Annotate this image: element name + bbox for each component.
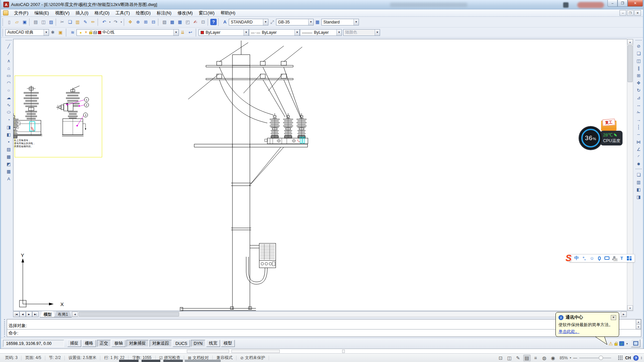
construction-line-icon[interactable]: ⁄ — [5, 50, 12, 57]
insert-block-icon[interactable]: ◨ — [5, 123, 12, 131]
toggle-lineweight[interactable]: 线宽 — [206, 340, 220, 347]
restore-button[interactable]: ❐ — [618, 0, 628, 7]
toolbar-grip[interactable] — [636, 40, 642, 41]
ellipse-arc-icon[interactable]: ◔ — [5, 116, 12, 123]
scroll-up-icon[interactable]: ▲ — [627, 39, 633, 45]
emoji-icon[interactable]: ☺ — [589, 256, 594, 261]
rectangle-icon[interactable]: ▭ — [5, 72, 12, 79]
open-icon[interactable]: ▱ — [13, 18, 21, 26]
lineweight-control-combo[interactable]: ——— ByLayer ▼ — [300, 29, 342, 36]
outline-view-icon[interactable]: ≡ — [532, 355, 539, 361]
copy-icon[interactable]: ❏ — [66, 18, 74, 26]
command-scrollbar[interactable]: ▲ ▼ — [636, 319, 641, 329]
toolbar-grip[interactable] — [218, 18, 219, 26]
chinese-mode-icon[interactable]: 中 — [574, 255, 579, 261]
language-bar-grid-icon[interactable] — [618, 356, 623, 360]
mirror-icon[interactable]: ◫ — [635, 57, 642, 64]
paste-icon[interactable]: ▥ — [74, 18, 82, 26]
sep[interactable] — [98, 18, 100, 26]
toggle-polar[interactable]: 极轴 — [112, 340, 125, 347]
copy-object-icon[interactable]: ❏ — [635, 50, 642, 57]
arc-icon[interactable]: ◠ — [5, 79, 12, 86]
help-icon[interactable]: ? — [210, 19, 217, 25]
menu-item[interactable]: 插入(I) — [72, 9, 91, 17]
ellipse-icon[interactable]: ⬭ — [5, 109, 12, 116]
extend-icon[interactable]: → — [635, 116, 642, 123]
chevron-down-icon[interactable]: ▼ — [354, 19, 359, 25]
layer-plot-icon[interactable] — [93, 32, 97, 34]
toggle-ducs[interactable]: DUCS — [173, 340, 190, 347]
explode-icon[interactable]: ✸ — [635, 160, 642, 168]
chevron-down-icon[interactable]: ▼ — [263, 19, 268, 25]
minimize-button[interactable]: – — [607, 0, 618, 7]
chevron-down-icon[interactable]: ▼ — [173, 29, 178, 36]
layer-properties-manager-icon[interactable]: ≋ — [69, 28, 76, 36]
chevron-down-icon[interactable]: ▼ — [44, 29, 49, 36]
write-mode-icon[interactable]: ✎ — [515, 355, 522, 361]
chevron-down-icon[interactable]: ▼ — [308, 19, 313, 25]
scroll-right-icon[interactable]: ▶ — [621, 312, 627, 317]
array-icon[interactable]: ⊞ — [635, 72, 642, 79]
language-bar-collapse-icon[interactable]: ▴▾ — [641, 356, 642, 360]
scroll-up-icon[interactable]: ▲ — [636, 319, 641, 324]
properties-icon[interactable]: ▧ — [161, 18, 168, 26]
skin-icon[interactable]: T — [619, 256, 624, 261]
zoom-dropdown-icon[interactable]: ▾ — [570, 356, 571, 359]
table-style-icon[interactable]: ▦ — [314, 18, 321, 26]
plot-icon[interactable]: ▤ — [32, 18, 40, 26]
toolbox-icon[interactable] — [627, 256, 632, 260]
chevron-down-icon[interactable]: ▼ — [244, 29, 249, 36]
chevron-down-icon[interactable]: ▼ — [294, 29, 300, 36]
sheetset-manager-icon[interactable]: ◰ — [184, 18, 192, 26]
menu-item[interactable]: 工具(T) — [112, 9, 133, 17]
sep[interactable] — [29, 18, 31, 26]
text-style-combo[interactable]: STANDARD ▼ — [229, 19, 268, 25]
gradient-icon[interactable]: ▩ — [5, 153, 12, 160]
close-button[interactable]: ✕ — [628, 0, 643, 7]
redo-dropdown[interactable]: ▾ — [119, 18, 123, 26]
hatch-icon[interactable]: ▨ — [5, 145, 12, 153]
balloon-close-button[interactable]: ✕ — [611, 315, 616, 320]
toggle-snap[interactable]: 捕捉 — [67, 340, 81, 347]
voice-input-icon[interactable] — [598, 256, 601, 260]
revcloud-icon[interactable]: ☁ — [5, 94, 12, 101]
ime-help-icon[interactable]: ? — [633, 355, 639, 361]
toggle-otrack[interactable]: 对象追踪 — [150, 340, 172, 347]
circle-icon[interactable]: ○ — [5, 86, 12, 94]
make-block-icon[interactable]: ◧ — [5, 131, 12, 138]
toggle-dyn[interactable]: DYN — [191, 340, 205, 347]
mtext-icon[interactable]: A — [5, 175, 12, 182]
designcenter-icon[interactable]: ▩ — [168, 18, 176, 26]
command-input[interactable]: 命令: — [7, 329, 641, 337]
cpu-monitor-widget[interactable]: 复工 28℃ CPU温度 36% — [580, 120, 623, 149]
break-at-point-icon[interactable]: ┆ — [635, 123, 642, 131]
balloon-link[interactable]: 单击此处。 — [558, 329, 580, 335]
tray-unlock-icon[interactable] — [614, 343, 618, 346]
menu-item[interactable]: 文件(F) — [11, 9, 32, 17]
zoom-window-icon[interactable]: ⊞ — [142, 18, 150, 26]
bring-above-icon[interactable]: ◧ — [635, 186, 642, 193]
redo-icon[interactable]: ↷ — [112, 18, 119, 26]
layer-combo[interactable]: ● ☀ 中心线 ▼ — [76, 29, 179, 36]
toolbar-grip[interactable] — [66, 29, 67, 36]
offset-icon[interactable]: ∥ — [635, 64, 642, 72]
menu-item[interactable]: 帮助(H) — [218, 9, 238, 17]
tab-first-button[interactable]: |◀ — [13, 311, 19, 317]
drawing-canvas[interactable]: 1 2 3 柱上采集信号， 信号采集以及供电， 内置在箱体内部。 — [13, 39, 627, 311]
break-icon[interactable]: ╌ — [635, 131, 642, 138]
color-control-combo[interactable]: ByLayer ▼ — [199, 29, 249, 36]
zoom-realtime-icon[interactable]: ⊕ — [134, 18, 142, 26]
chevron-down-icon[interactable]: ▼ — [336, 29, 341, 36]
toolbar-grip[interactable] — [6, 40, 12, 41]
line-icon[interactable]: ╱ — [5, 42, 12, 50]
zoom-out-button[interactable]: — — [573, 356, 577, 360]
menu-item[interactable]: 编辑(E) — [32, 9, 52, 17]
toolbar-grip[interactable] — [636, 169, 642, 170]
table-style-combo[interactable]: Standard ▼ — [321, 19, 359, 25]
save-icon[interactable]: ▣ — [21, 18, 29, 26]
sep[interactable] — [56, 18, 58, 26]
plot-preview-icon[interactable]: ◫ — [40, 18, 47, 26]
block-editor-icon[interactable]: ✏ — [89, 18, 97, 26]
polyline-icon[interactable]: ∧ — [5, 57, 12, 64]
move-icon[interactable]: ✥ — [635, 79, 642, 86]
